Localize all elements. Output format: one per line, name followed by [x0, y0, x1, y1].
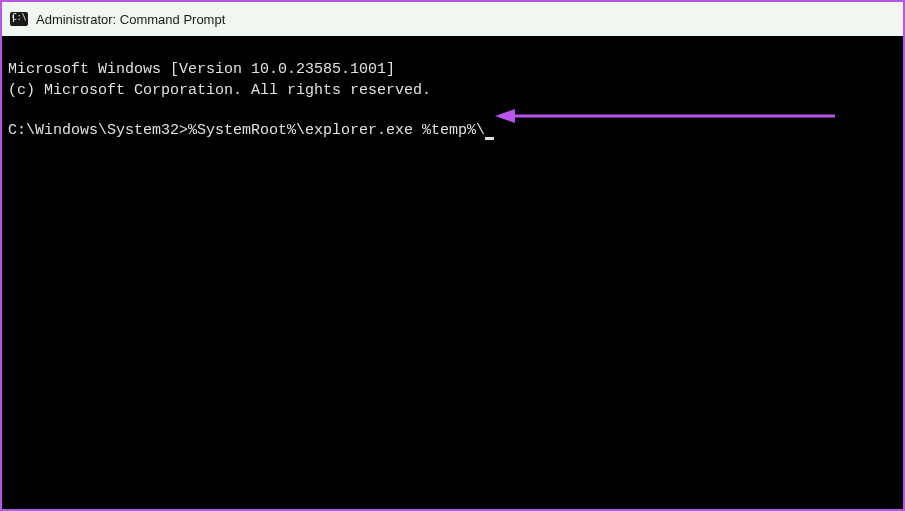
svg-marker-1	[495, 109, 515, 123]
terminal-command-input[interactable]: %SystemRoot%\explorer.exe %temp%\	[188, 122, 485, 139]
annotation-arrow-icon	[495, 108, 835, 124]
window-title: Administrator: Command Prompt	[36, 12, 225, 27]
terminal-prompt: C:\Windows\System32>	[8, 122, 188, 139]
terminal-line-copyright: (c) Microsoft Corporation. All rights re…	[8, 82, 431, 99]
titlebar[interactable]: C:\ Administrator: Command Prompt	[2, 2, 903, 36]
terminal-area[interactable]: Microsoft Windows [Version 10.0.23585.10…	[2, 36, 903, 509]
cmd-icon: C:\	[10, 12, 28, 26]
terminal-line-version: Microsoft Windows [Version 10.0.23585.10…	[8, 61, 395, 78]
cmd-window: C:\ Administrator: Command Prompt Micros…	[2, 2, 903, 509]
text-cursor	[485, 137, 494, 140]
